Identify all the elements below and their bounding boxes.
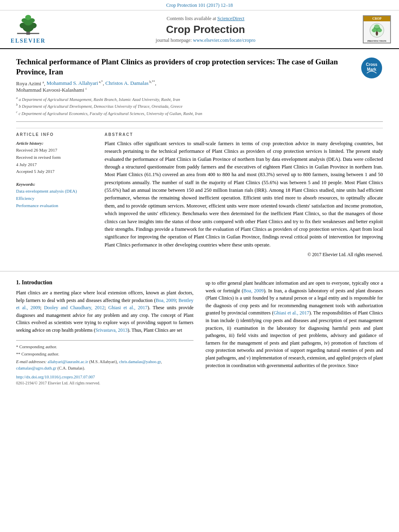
email-allahyari[interactable]: allahyari@iaurasht.ac.ir xyxy=(47,359,88,364)
section-divider xyxy=(0,271,399,271)
keyword-3: Performance evaluation xyxy=(16,202,97,210)
svg-rect-8 xyxy=(17,33,39,34)
elsevier-logo: ELSEVIER xyxy=(11,14,46,44)
article-history: Article history: Received 26 May 2017 Re… xyxy=(16,140,97,175)
keywords-block: Keywords: Data envelopment analysis (DEA… xyxy=(16,181,97,209)
footnote-email: E-mail addresses: allahyari@iaurasht.ac.… xyxy=(16,359,193,372)
author-kavoosi: Mohammad Kavoosi-Kalashami c xyxy=(16,87,87,93)
elsevier-tree-icon xyxy=(14,14,42,37)
abstract-label: ABSTRACT xyxy=(105,132,383,137)
abstract-column: ABSTRACT Plant Clinics offer significant… xyxy=(105,132,383,257)
crop-logo-bottom: PROTECTION xyxy=(367,39,386,43)
crop-protection-logo: CROP PROTECTION xyxy=(363,15,391,43)
svg-text:Cross: Cross xyxy=(366,62,378,67)
authors: Roya Azimi a, Mohammad S. Allahyari a,*,… xyxy=(16,80,355,93)
revised-date: 4 July 2017 xyxy=(16,161,97,168)
footnotes: * Corresponding author. ** Corresponding… xyxy=(16,340,193,386)
affiliations: a a Department of Agricultural Managemen… xyxy=(16,96,355,117)
crossmark-icon: Cross Mark xyxy=(361,57,383,79)
author-azimi: Roya Azimi a, xyxy=(16,80,47,86)
footnote-corresponding2: ** Corresponding author. xyxy=(16,351,193,357)
author-allahyari[interactable]: Mohammad S. Allahyari xyxy=(47,80,98,86)
doi-link[interactable]: http://dx.doi.org/10.1016/j.cropro.2017.… xyxy=(16,375,95,379)
accepted-date: Accepted 5 July 2017 xyxy=(16,168,97,175)
svg-point-14 xyxy=(374,25,380,29)
article-info-column: ARTICLE INFO Article history: Received 2… xyxy=(16,132,97,257)
svg-point-12 xyxy=(372,28,376,32)
svg-point-10 xyxy=(376,31,378,36)
intro-heading: 1. Introduction xyxy=(16,279,193,286)
title-section: Technical performance of Plant Clinics a… xyxy=(16,57,383,122)
elsevier-wordmark: ELSEVIER xyxy=(11,38,46,44)
intro-right-col: up to offer general plant healthcare inf… xyxy=(206,279,383,386)
ref-srivastava2013[interactable]: Srivastava, 2013 xyxy=(95,327,128,333)
affiliation-a: a a Department of Agricultural Managemen… xyxy=(16,96,355,103)
body-content: 1. Introduction Plant clinics are a meet… xyxy=(0,277,399,394)
intro-left-col: 1. Introduction Plant clinics are a meet… xyxy=(16,279,193,386)
revised-label: Received in revised form xyxy=(16,154,97,161)
ref-boa2009[interactable]: Boa, 2009 xyxy=(156,298,176,303)
keyword-2: Efficiency xyxy=(16,195,97,202)
science-direct-link[interactable]: ScienceDirect xyxy=(217,16,244,21)
svg-point-7 xyxy=(25,15,31,20)
issn-line: 0261-2194/© 2017 Elsevier Ltd. All right… xyxy=(16,380,193,386)
citation-text: Crop Protection 101 (2017) 12–18 xyxy=(166,2,232,8)
journal-info-center: Contents lists available at ScienceDirec… xyxy=(54,14,357,44)
crop-protection-logo-area: CROP PROTECTION xyxy=(361,14,393,44)
ref-boa2009b[interactable]: Boa, 2009 xyxy=(243,288,264,294)
info-abstract-section: ARTICLE INFO Article history: Received 2… xyxy=(16,128,383,257)
copyright-notice: © 2017 Elsevier Ltd. All rights reserved… xyxy=(105,252,383,257)
abstract-text: Plant Clinics offer significant services… xyxy=(105,140,383,249)
journal-title: Crop Protection xyxy=(166,23,245,36)
ref-dooley2012[interactable]: Dooley and Chaudhary, 2012 xyxy=(44,305,104,310)
intro-left-text: Plant clinics are a meeting place where … xyxy=(16,289,193,334)
crop-logo-top: CROP xyxy=(364,16,390,21)
journal-header: ELSEVIER Contents lists available at Sci… xyxy=(0,10,399,49)
title-and-authors: Technical performance of Plant Clinics a… xyxy=(16,57,355,117)
email-damalas1[interactable]: chris.damalas@yahoo.gr xyxy=(119,359,161,364)
history-label: Article history: xyxy=(16,140,97,147)
intro-right-text: up to offer general plant healthcare inf… xyxy=(206,279,383,369)
journal-homepage: journal homepage: www.elsevier.com/locat… xyxy=(156,37,255,43)
homepage-link[interactable]: www.elsevier.com/locate/cropro xyxy=(193,37,255,43)
author-damalas[interactable]: Christos A. Damalas xyxy=(105,80,148,86)
received-date: Received 26 May 2017 xyxy=(16,147,97,154)
svg-point-13 xyxy=(377,28,382,32)
ref-ghiasi2017a[interactable]: Ghiasi et al., 2017 xyxy=(108,305,147,310)
affiliation-b: b b Department of Agricultural Developme… xyxy=(16,103,355,109)
article-info-label: ARTICLE INFO xyxy=(16,132,97,137)
keywords-label: Keywords: xyxy=(16,181,97,188)
affiliation-c: c c Department of Agricultural Economics… xyxy=(16,110,355,117)
keyword-1: Data envelopment analysis (DEA) xyxy=(16,188,97,195)
journal-citation: Crop Protection 101 (2017) 12–18 xyxy=(0,0,399,10)
article-header-section: Technical performance of Plant Clinics a… xyxy=(0,49,399,265)
doi-line: http://dx.doi.org/10.1016/j.cropro.2017.… xyxy=(16,374,193,380)
ref-ghiasi2017b[interactable]: Ghiasi et al., 2017 xyxy=(274,310,309,316)
footnote-corresponding1: * Corresponding author. xyxy=(16,344,193,350)
contents-available: Contents lists available at ScienceDirec… xyxy=(167,16,244,22)
elsevier-logo-area: ELSEVIER xyxy=(6,14,50,44)
crop-logo-plant-icon xyxy=(369,23,385,38)
article-title: Technical performance of Plant Clinics a… xyxy=(16,57,355,77)
crossmark-badge: Cross Mark xyxy=(361,57,383,79)
email-damalas2[interactable]: cdamalas@agro.duth.gr xyxy=(16,366,56,370)
introduction-section: 1. Introduction Plant clinics are a meet… xyxy=(16,279,383,386)
